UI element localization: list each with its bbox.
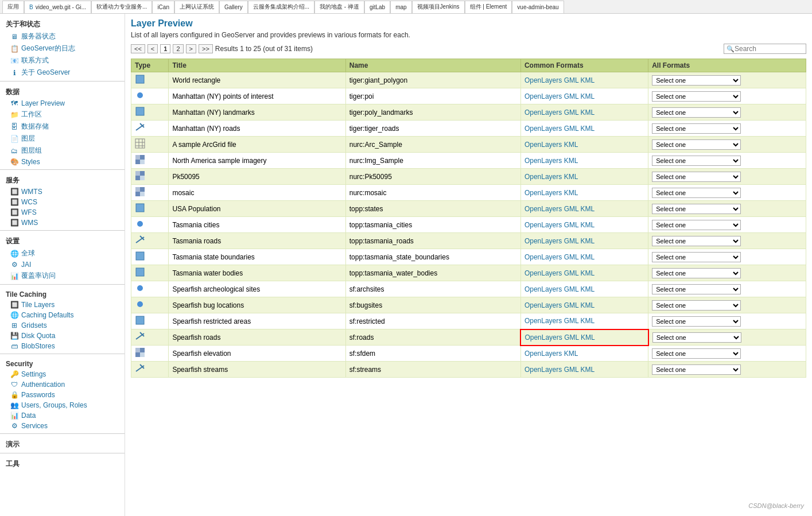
tab-element[interactable]: 组件 | Element xyxy=(465,1,512,13)
format-link-kml[interactable]: KML xyxy=(581,237,595,245)
format-link-gml[interactable]: GML xyxy=(564,92,579,100)
format-link-kml[interactable]: KML xyxy=(564,189,578,197)
cell-all-formats[interactable]: Select one xyxy=(648,346,806,362)
tab-cloud[interactable]: 云服务集成架构介绍... xyxy=(248,1,314,13)
sidebar-item-sec-services[interactable]: ⚙ Services xyxy=(0,421,125,431)
sidebar-item-blobstores[interactable]: 🗃 BlobStores xyxy=(0,341,125,351)
sidebar-item-about[interactable]: ℹ 关于 GeoServer xyxy=(0,67,125,79)
cell-all-formats[interactable]: Select one xyxy=(648,281,806,297)
sidebar-item-sec-data[interactable]: 📊 Data xyxy=(0,410,125,421)
sidebar-item-global[interactable]: 🌐 全球 xyxy=(0,247,125,259)
format-link-openlayers[interactable]: OpenLayers xyxy=(525,269,562,277)
sidebar-item-styles[interactable]: 🎨 Styles xyxy=(0,157,125,167)
cell-all-formats[interactable]: Select one xyxy=(648,297,806,313)
cell-all-formats[interactable]: Select one xyxy=(648,233,806,249)
search-box[interactable]: 🔍 xyxy=(724,44,806,54)
cell-all-formats[interactable]: Select one xyxy=(648,169,806,185)
format-link-gml[interactable]: GML xyxy=(564,253,579,261)
sidebar-item-layergroup[interactable]: 🗂 图层组 xyxy=(0,145,125,157)
sidebar-item-jai[interactable]: ⚙ JAI xyxy=(0,259,125,270)
format-link-kml[interactable]: KML xyxy=(581,285,595,293)
format-link-openlayers[interactable]: OpenLayers xyxy=(525,221,562,229)
tab-gitlab[interactable]: gitLab xyxy=(364,1,390,13)
sidebar-item-disk-quota[interactable]: 💾 Disk Quota xyxy=(0,331,125,341)
cell-all-formats[interactable]: Select one xyxy=(648,72,806,88)
format-link-kml[interactable]: KML xyxy=(581,221,595,229)
sidebar-item-geoserver-log[interactable]: 📋 GeoServer的日志 xyxy=(0,42,125,55)
sidebar-item-tile-layers[interactable]: 🔲 Tile Layers xyxy=(0,300,125,310)
format-link-kml[interactable]: KML xyxy=(581,366,595,374)
cell-all-formats[interactable]: Select one xyxy=(648,137,806,153)
sidebar-item-layers[interactable]: 📄 图层 xyxy=(0,133,125,145)
sidebar-item-wfs[interactable]: 🔲 WFS xyxy=(0,207,125,218)
format-link-gml[interactable]: GML xyxy=(564,285,579,293)
sidebar-item-server-status[interactable]: 🖥 服务器状态 xyxy=(0,30,125,42)
page1-button[interactable]: 1 xyxy=(160,44,170,53)
page2-button[interactable]: 2 xyxy=(173,44,183,53)
format-link-gml[interactable]: GML xyxy=(564,221,579,229)
search-input[interactable] xyxy=(735,45,803,53)
sidebar-item-wms[interactable]: 🔲 WMS xyxy=(0,218,125,228)
format-link-kml[interactable]: KML xyxy=(581,269,595,277)
tab-map[interactable]: map xyxy=(390,1,411,13)
format-link-openlayers[interactable]: OpenLayers xyxy=(525,350,562,358)
format-link-kml[interactable]: KML xyxy=(564,157,578,165)
format-link-kml[interactable]: KML xyxy=(564,350,578,358)
format-link-openlayers[interactable]: OpenLayers xyxy=(525,301,562,309)
all-formats-select[interactable]: Select one xyxy=(652,236,741,246)
next-button[interactable]: > xyxy=(186,44,196,53)
format-link-gml[interactable]: GML xyxy=(564,269,579,277)
format-link-gml[interactable]: GML xyxy=(564,76,579,84)
prev-prev-button[interactable]: << xyxy=(131,44,145,53)
format-link-openlayers[interactable]: OpenLayers xyxy=(525,157,562,165)
cell-all-formats[interactable]: Select one xyxy=(648,121,806,137)
tab-ican[interactable]: iCan xyxy=(152,1,174,13)
all-formats-select[interactable]: Select one xyxy=(652,348,741,359)
all-formats-select[interactable]: Select one xyxy=(652,364,741,375)
tab-video[interactable]: B video_web.git - Gi... xyxy=(24,1,91,13)
all-formats-select[interactable]: Select one xyxy=(652,172,741,182)
sidebar-item-coverage[interactable]: 📊 覆盖率访问 xyxy=(0,270,125,282)
format-link-openlayers[interactable]: OpenLayers xyxy=(525,333,562,342)
format-link-openlayers[interactable]: OpenLayers xyxy=(525,317,562,325)
all-formats-select[interactable]: Select one xyxy=(652,188,741,198)
tab-auth[interactable]: 上网认证系统 xyxy=(174,1,219,13)
format-link-openlayers[interactable]: OpenLayers xyxy=(525,92,562,100)
sidebar-item-contact[interactable]: 📧 联系方式 xyxy=(0,55,125,67)
format-link-openlayers[interactable]: OpenLayers xyxy=(525,141,562,149)
format-link-gml[interactable]: GML xyxy=(564,333,579,342)
cell-all-formats[interactable]: Select one xyxy=(648,217,806,233)
format-link-kml[interactable]: KML xyxy=(581,108,595,117)
all-formats-select[interactable]: Select one xyxy=(652,91,741,102)
format-link-openlayers[interactable]: OpenLayers xyxy=(525,205,562,213)
format-link-openlayers[interactable]: OpenLayers xyxy=(525,366,562,374)
sidebar-item-caching-defaults[interactable]: 🌐 Caching Defaults xyxy=(0,310,125,320)
all-formats-select[interactable]: Select one xyxy=(652,75,741,86)
tab-my[interactable]: 我的地盘 - 禅道 xyxy=(314,1,364,13)
format-link-gml[interactable]: GML xyxy=(564,125,579,133)
sidebar-item-wcs[interactable]: 🔲 WCS xyxy=(0,197,125,207)
cell-all-formats[interactable]: Select one xyxy=(648,88,806,104)
sidebar-item-wmts[interactable]: 🔲 WMTS xyxy=(0,187,125,197)
tab-vue[interactable]: vue-admin-beau xyxy=(512,1,564,13)
format-link-openlayers[interactable]: OpenLayers xyxy=(525,253,562,261)
cell-all-formats[interactable]: Select one xyxy=(648,201,806,217)
all-formats-select[interactable]: Select one xyxy=(652,156,741,166)
cell-all-formats[interactable]: Select one xyxy=(648,313,806,329)
all-formats-select[interactable]: Select one xyxy=(652,284,741,294)
format-link-openlayers[interactable]: OpenLayers xyxy=(525,237,562,245)
all-formats-select[interactable]: Select one xyxy=(652,204,741,214)
format-link-openlayers[interactable]: OpenLayers xyxy=(525,125,562,133)
prev-button[interactable]: < xyxy=(147,44,158,53)
all-formats-select[interactable]: Select one xyxy=(652,220,741,230)
format-link-kml[interactable]: KML xyxy=(581,317,595,325)
format-link-kml[interactable]: KML xyxy=(581,253,595,261)
tab-apps[interactable]: 应用 xyxy=(2,1,24,13)
format-link-openlayers[interactable]: OpenLayers xyxy=(525,189,562,197)
all-formats-select[interactable]: Select one xyxy=(652,316,741,327)
all-formats-select[interactable]: Select one xyxy=(652,107,741,118)
cell-all-formats[interactable]: Select one xyxy=(648,249,806,265)
all-formats-select[interactable]: Select one xyxy=(652,332,741,343)
format-link-kml[interactable]: KML xyxy=(581,205,595,213)
tab-ruan[interactable]: 软通动力专业服务... xyxy=(91,1,152,13)
